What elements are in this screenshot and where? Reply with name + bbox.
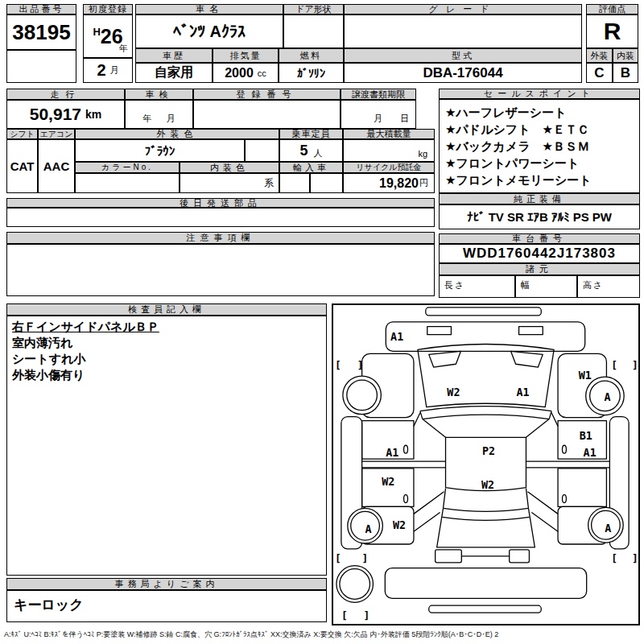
front-grille-right — [519, 327, 543, 335]
score-value: R — [586, 14, 638, 48]
sales-point-item: ★フロントパワーシート — [445, 155, 639, 171]
reg-no-value — [193, 100, 341, 129]
spec-width-cell: 幅 — [515, 275, 577, 298]
notes-header: 注意事項欄 — [6, 232, 435, 244]
front-bumper — [386, 322, 584, 352]
damage-code-legend: A:ｷｽﾞ U:ﾍｺﾐ B:ｷｽﾞを伴うﾍｺﾐ P:要塗装 W:補修跡 S:錆 … — [4, 630, 642, 641]
interior-score-value: B — [613, 63, 638, 83]
headlight-right — [511, 351, 543, 367]
grade-value — [344, 14, 582, 48]
spec-length-cell: 長さ — [439, 275, 515, 298]
door-handle — [562, 495, 566, 503]
damage-labels: A1 W1 W2 A1 A B1 A1 P2 A1 W2 W2 W2 A A — [365, 331, 612, 536]
score-header: 評価点 — [586, 4, 638, 14]
int-color-suffix: 系 — [264, 176, 274, 190]
spare-tire-inner — [340, 569, 370, 600]
windshield — [420, 407, 551, 419]
first-reg-month: 2 — [97, 61, 105, 80]
specs-header: 諸元 — [439, 263, 640, 275]
auction-no-header: 出品番号 — [6, 4, 76, 14]
damage-label-right-rear-wheel: A — [605, 522, 611, 535]
recycle-value-cell: 19,820 円 — [343, 173, 435, 193]
inspection-month-placeholder: 月 — [167, 113, 175, 125]
car-name-value: ﾍﾞﾝﾂ Aｸﾗｽ — [135, 14, 283, 48]
damage-label-right-front-door: A1 — [584, 447, 597, 459]
door-handle — [404, 495, 408, 503]
bracket-mark: [ — [335, 552, 341, 564]
history-value: 自家用 — [135, 63, 213, 83]
mileage-value-cell: 50,917 km — [6, 100, 125, 129]
auction-no-empty-box — [6, 50, 76, 83]
displacement-header: 排気量 — [213, 48, 279, 63]
recycle-unit: 円 — [419, 177, 428, 189]
displacement-value: 2000 — [225, 66, 254, 80]
displacement-unit: cc — [258, 68, 266, 78]
door-handle — [562, 445, 566, 453]
capacity-value: 5 — [299, 142, 308, 159]
interior-score-header: 内装 — [613, 48, 638, 63]
inspector-line: 右ＦインサイドパネルＢＰ — [12, 319, 321, 335]
bracket-mark: [ — [341, 609, 348, 621]
door-shape-header: ドア形状 — [283, 4, 344, 14]
later-parts-header: 後日発送部品 — [6, 198, 435, 208]
left-front-wheel-inner — [347, 380, 378, 411]
inspector-line: シートすれ小 — [12, 351, 321, 367]
reg-no-header: 登録番号 — [193, 89, 341, 100]
sales-points-list: ★ハーフレザーシート ★パドルシフト ★ＥＴＣ ★バックカメラ ★ＢＳＭ ★フロ… — [439, 99, 640, 193]
color-no-header: カラーNo. — [75, 162, 180, 173]
grade-header: グレード — [344, 4, 582, 14]
car-outline — [341, 308, 629, 613]
car-name-header: 車名 — [135, 4, 283, 14]
rear-window — [444, 489, 529, 512]
inspector-line: 室内薄汚れ — [12, 335, 321, 351]
color-no-value — [75, 173, 180, 193]
damage-label-left-rear-wheel: A — [365, 523, 372, 535]
inspection-year-placeholder: 年 — [143, 113, 152, 125]
import-value-cell-1 — [279, 173, 310, 193]
bracket-mark: ] — [362, 552, 369, 564]
door-shape-value — [283, 14, 344, 48]
bracket-mark: ] — [632, 359, 638, 371]
fuel-header: 燃料 — [279, 48, 344, 63]
sales-point-item: ★バックカメラ ★ＢＳＭ — [445, 138, 639, 155]
car-diagram-box: [ ] [ ] [ ] [ ] [ ] A1 W1 W2 A1 A B1 A1 … — [332, 303, 640, 625]
a-pillars — [414, 413, 558, 438]
model-code-value: DBA-176044 — [344, 63, 582, 83]
office-header: 事務局よりご案内 — [6, 578, 327, 590]
rear-bumper — [385, 568, 586, 599]
sales-points-header: セールスポイント — [439, 89, 640, 99]
first-reg-month-cell: 2 月 — [83, 58, 133, 83]
aircon-header: エアコン — [38, 129, 75, 139]
damage-label-left-front-door: A1 — [386, 447, 398, 459]
bracket-mark: ] — [632, 552, 638, 564]
bracket-mark: [ — [611, 552, 617, 564]
notes-value — [6, 244, 435, 296]
office-value: キーロック — [6, 590, 327, 622]
damage-label-right-front-door-upper: B1 — [580, 430, 592, 442]
door-handle — [404, 445, 408, 453]
side-rails — [362, 461, 610, 468]
model-code-header: 型式 — [344, 48, 582, 63]
fuel-value: ｶﾞｿﾘﾝ — [279, 63, 344, 83]
damage-label-right-fender: W1 — [579, 369, 592, 382]
front-grille-left — [427, 327, 452, 335]
first-reg-era: H — [93, 26, 100, 38]
inspection-value-cell: 年 月 — [125, 100, 193, 129]
equipment-header: 純正装備 — [439, 193, 640, 204]
transfer-doc-header: 譲渡書類期限 — [341, 89, 416, 100]
int-color-value-cell: 系 — [180, 173, 279, 193]
chassis-header: 車台番号 — [439, 233, 640, 244]
transfer-day-placeholder: 日 — [400, 113, 409, 125]
car-diagram: [ ] [ ] [ ] [ ] [ ] A1 W1 W2 A1 A B1 A1 … — [333, 305, 638, 624]
ext-color-value: ﾌﾞﾗｳﾝ — [75, 139, 245, 162]
exterior-score-header: 外装 — [586, 48, 613, 63]
auction-no-value: 38195 — [6, 14, 76, 50]
plate-right — [510, 550, 530, 563]
damage-label-roof: P2 — [482, 445, 495, 457]
spec-height-cell: 高さ — [577, 275, 640, 298]
int-color-header: 内装色 — [180, 162, 279, 173]
transfer-month-placeholder: 月 — [374, 113, 382, 125]
later-parts-value — [6, 208, 435, 227]
history-header: 車歴 — [135, 48, 213, 63]
first-reg-year-cell: H 26 年 — [83, 14, 133, 58]
